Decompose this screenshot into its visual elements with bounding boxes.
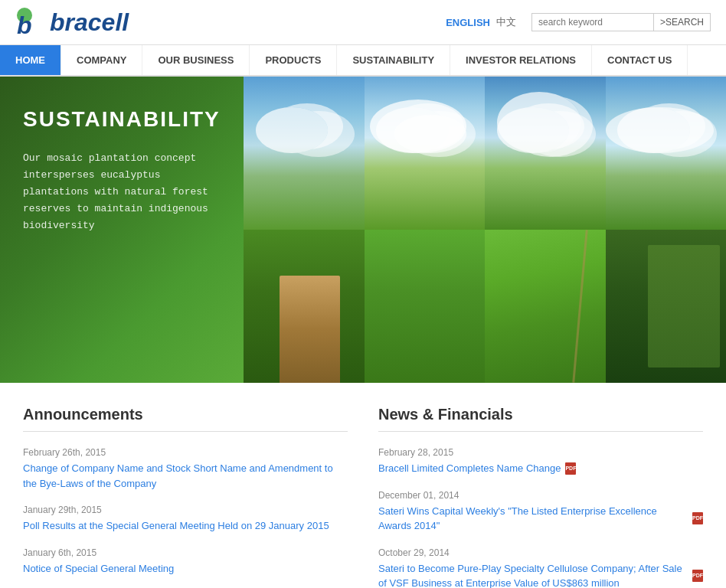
svg-text:b: b: [17, 11, 32, 38]
hero-mosaic: [244, 77, 726, 383]
mosaic-cell-8: [606, 230, 727, 383]
nav-item-our-business[interactable]: OUR BUSINESS: [142, 45, 250, 75]
search-button[interactable]: >SEARCH: [654, 13, 711, 31]
news-date-2: December 01, 2014: [378, 490, 703, 501]
pdf-icon-3: PDF: [692, 570, 703, 582]
bottom-section: Announcements February 26th, 2015 Change…: [0, 383, 726, 588]
pdf-icon-2: PDF: [692, 512, 703, 524]
news-item: October 29, 2014 Sateri to Become Pure-P…: [378, 547, 703, 589]
mosaic-cell-6: [365, 230, 486, 383]
news-title-row-2: Sateri Wins Capital Weekly's "The Listed…: [378, 504, 703, 534]
announcement-item: February 26th, 2015 Change of Company Na…: [23, 447, 348, 491]
news-date-3: October 29, 2014: [378, 547, 703, 558]
nav-item-contact-us[interactable]: CONTACT US: [592, 45, 688, 75]
announcement-title-2[interactable]: Poll Results at the Special General Meet…: [23, 518, 348, 534]
mosaic-cell-2: [365, 77, 486, 230]
news-financials-title: News & Financials: [378, 406, 703, 432]
announcement-date-2: January 29th, 2015: [23, 505, 348, 515]
logo[interactable]: b bracell: [15, 6, 129, 38]
pdf-icon-1: PDF: [565, 462, 576, 475]
header-right: ENGLISH 中文 >SEARCH: [446, 13, 711, 31]
hero-section: SUSTAINABILITY Our mosaic plantation con…: [0, 77, 726, 383]
announcement-date-1: February 26th, 2015: [23, 447, 348, 458]
logo-text: bracell: [50, 10, 129, 34]
announcement-item: January 29th, 2015 Poll Results at the S…: [23, 505, 348, 534]
mosaic-cell-4: [606, 77, 727, 230]
mosaic-cell-7: [485, 230, 606, 383]
news-item: December 01, 2014 Sateri Wins Capital We…: [378, 490, 703, 534]
search-input[interactable]: [531, 13, 654, 31]
announcements-panel: Announcements February 26th, 2015 Change…: [23, 406, 348, 588]
news-title-1[interactable]: Bracell Limited Completes Name Change: [378, 461, 561, 476]
lang-english[interactable]: ENGLISH: [446, 17, 490, 28]
language-switcher: ENGLISH 中文: [446, 15, 516, 29]
hero-description: Our mosaic plantation concept interspers…: [23, 150, 221, 234]
nav-item-company[interactable]: COMPANY: [61, 45, 142, 75]
announcement-date-3: January 6th, 2015: [23, 547, 348, 558]
lang-chinese[interactable]: 中文: [496, 15, 516, 29]
hero-left-panel: SUSTAINABILITY Our mosaic plantation con…: [0, 77, 244, 383]
header: b bracell ENGLISH 中文 >SEARCH: [0, 0, 726, 45]
nav-item-products[interactable]: PRODUCTS: [250, 45, 337, 75]
mosaic-cell-1: [244, 77, 365, 230]
news-title-2[interactable]: Sateri Wins Capital Weekly's "The Listed…: [378, 504, 688, 534]
hero-title: SUSTAINABILITY: [23, 107, 221, 132]
mosaic-cell-3: [485, 77, 606, 230]
nav-item-sustainability[interactable]: SUSTAINABILITY: [337, 45, 450, 75]
mosaic-cell-5: [244, 230, 365, 383]
news-title-row-3: Sateri to Become Pure-Play Specialty Cel…: [378, 561, 703, 589]
news-item: February 28, 2015 Bracell Limited Comple…: [378, 447, 703, 476]
news-title-3[interactable]: Sateri to Become Pure-Play Specialty Cel…: [378, 561, 688, 589]
search-area: >SEARCH: [531, 13, 711, 31]
news-date-1: February 28, 2015: [378, 447, 703, 458]
main-nav: HOME COMPANY OUR BUSINESS PRODUCTS SUSTA…: [0, 45, 726, 77]
news-financials-panel: News & Financials February 28, 2015 Brac…: [378, 406, 703, 588]
announcement-title-3[interactable]: Notice of Special General Meeting: [23, 561, 348, 577]
nav-item-investor-relations[interactable]: INVESTOR RELATIONS: [450, 45, 592, 75]
announcement-item: January 6th, 2015 Notice of Special Gene…: [23, 547, 348, 577]
announcement-title-1[interactable]: Change of Company Name and Stock Short N…: [23, 461, 348, 491]
announcements-title: Announcements: [23, 406, 348, 432]
news-title-row-1: Bracell Limited Completes Name Change PD…: [378, 461, 703, 476]
nav-item-home[interactable]: HOME: [0, 45, 61, 75]
logo-leaf-icon: b: [15, 6, 50, 38]
